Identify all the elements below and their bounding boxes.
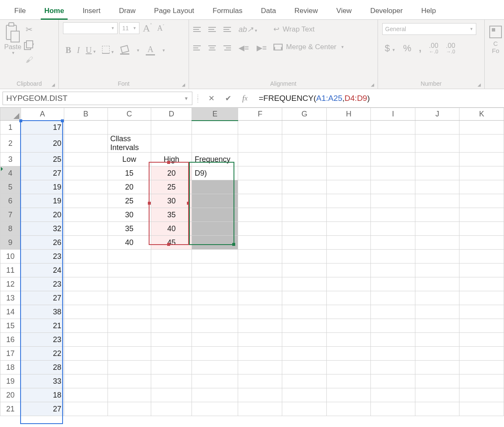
- cell[interactable]: [326, 264, 370, 277]
- cell[interactable]: 25: [151, 180, 192, 194]
- cell[interactable]: [238, 319, 282, 333]
- fill-color-button[interactable]: [120, 46, 129, 55]
- splitter-icon[interactable]: ⋮⋮: [195, 95, 202, 102]
- font-name-select[interactable]: ▼: [63, 22, 118, 34]
- cell[interactable]: [371, 277, 415, 291]
- row-header-18[interactable]: 18: [0, 361, 21, 374]
- cell[interactable]: [415, 208, 459, 222]
- orientation-icon[interactable]: ab↗▼: [239, 25, 258, 34]
- col-header-A[interactable]: A: [21, 108, 64, 121]
- cell[interactable]: 38: [21, 305, 64, 319]
- cell[interactable]: [282, 347, 326, 361]
- row-header-3[interactable]: 3: [0, 153, 21, 166]
- cell[interactable]: [326, 319, 370, 333]
- cell[interactable]: [326, 236, 370, 250]
- cell[interactable]: [326, 194, 370, 208]
- cell[interactable]: High: [151, 153, 192, 166]
- cell[interactable]: [64, 347, 108, 361]
- cell[interactable]: [151, 319, 192, 333]
- merge-center-button[interactable]: Merge & Center▼: [273, 43, 344, 51]
- cell[interactable]: [64, 388, 108, 402]
- col-header-J[interactable]: J: [415, 108, 459, 121]
- tab-file[interactable]: File: [5, 3, 35, 19]
- cell[interactable]: [64, 277, 108, 291]
- cell[interactable]: [459, 361, 504, 374]
- row-header-6[interactable]: 6: [0, 194, 21, 208]
- cell[interactable]: 30: [151, 194, 192, 208]
- align-middle-icon[interactable]: [208, 27, 216, 32]
- cell[interactable]: [64, 222, 108, 236]
- font-launcher-icon[interactable]: ◢: [182, 82, 185, 87]
- cell[interactable]: [459, 166, 504, 180]
- cell[interactable]: [108, 388, 151, 402]
- accounting-format-icon[interactable]: $ ▼: [385, 43, 396, 54]
- cell[interactable]: [326, 291, 370, 305]
- cell[interactable]: [108, 305, 151, 319]
- cell[interactable]: [192, 319, 238, 333]
- tab-home[interactable]: Home: [35, 3, 73, 19]
- cell[interactable]: 23: [21, 333, 64, 347]
- cell[interactable]: [192, 361, 238, 374]
- cell[interactable]: [415, 333, 459, 347]
- cell[interactable]: [192, 222, 238, 236]
- cell[interactable]: [192, 194, 238, 208]
- cell[interactable]: [459, 402, 504, 416]
- cell[interactable]: [459, 374, 504, 388]
- cell[interactable]: [371, 134, 415, 153]
- cell[interactable]: [459, 333, 504, 347]
- row-header-2[interactable]: 2: [0, 134, 21, 153]
- cell[interactable]: [64, 236, 108, 250]
- cell[interactable]: [459, 121, 504, 134]
- cell[interactable]: [64, 361, 108, 374]
- cell[interactable]: [64, 153, 108, 166]
- cell[interactable]: 19: [21, 180, 64, 194]
- decrease-decimal-icon[interactable]: .00→.0: [446, 42, 455, 54]
- align-right-icon[interactable]: [223, 45, 231, 50]
- conditional-formatting-button[interactable]: C Fo: [489, 22, 499, 54]
- cell[interactable]: [238, 208, 282, 222]
- cell[interactable]: 30: [108, 208, 151, 222]
- cell[interactable]: [64, 374, 108, 388]
- cell[interactable]: [326, 333, 370, 347]
- row-header-8[interactable]: 8: [0, 222, 21, 236]
- comma-format-icon[interactable]: ,: [419, 43, 421, 54]
- row-header-13[interactable]: 13: [0, 291, 21, 305]
- cell[interactable]: [415, 388, 459, 402]
- cell[interactable]: [459, 291, 504, 305]
- cell[interactable]: [326, 347, 370, 361]
- cell[interactable]: [151, 277, 192, 291]
- cell[interactable]: [415, 277, 459, 291]
- increase-decimal-icon[interactable]: .00←.0: [429, 42, 438, 54]
- cell[interactable]: [459, 388, 504, 402]
- row-header-1[interactable]: 1: [0, 121, 21, 134]
- cell[interactable]: [371, 361, 415, 374]
- cell[interactable]: [192, 208, 238, 222]
- cell[interactable]: [238, 374, 282, 388]
- cell[interactable]: 21: [21, 319, 64, 333]
- cell[interactable]: [108, 402, 151, 416]
- cell[interactable]: [238, 222, 282, 236]
- cell[interactable]: [371, 222, 415, 236]
- cell[interactable]: 27: [21, 402, 64, 416]
- cell[interactable]: [282, 333, 326, 347]
- cell[interactable]: [192, 388, 238, 402]
- cell[interactable]: 25: [108, 194, 151, 208]
- cell[interactable]: 32: [21, 222, 64, 236]
- row-header-21[interactable]: 21: [0, 402, 21, 416]
- cell[interactable]: [371, 180, 415, 194]
- cell[interactable]: [238, 388, 282, 402]
- col-header-E[interactable]: E: [192, 108, 238, 121]
- cell[interactable]: [459, 194, 504, 208]
- cell[interactable]: [192, 236, 238, 250]
- col-header-K[interactable]: K: [459, 108, 504, 121]
- cell[interactable]: 35: [151, 208, 192, 222]
- cell[interactable]: 35: [108, 222, 151, 236]
- borders-button[interactable]: ▼: [102, 46, 114, 55]
- cell[interactable]: [326, 121, 370, 134]
- cell[interactable]: 33: [21, 374, 64, 388]
- row-header-11[interactable]: 11: [0, 264, 21, 277]
- cell[interactable]: [192, 402, 238, 416]
- cell[interactable]: [192, 250, 238, 264]
- cell[interactable]: [326, 374, 370, 388]
- cell[interactable]: [415, 166, 459, 180]
